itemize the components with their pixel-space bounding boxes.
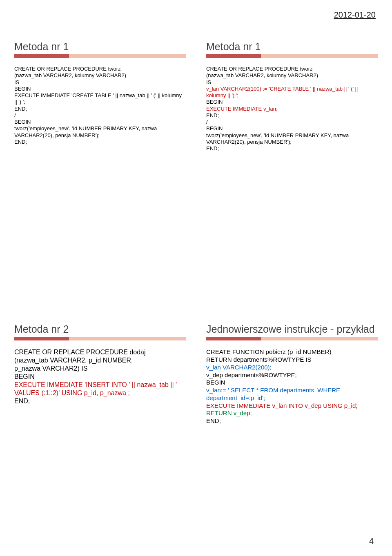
page-number: 4	[369, 536, 374, 546]
slide-1: Metoda nr 1 CREATE OR REPLACE PROCEDURE …	[14, 41, 186, 152]
slides-grid: Metoda nr 1 CREATE OR REPLACE PROCEDURE …	[14, 41, 378, 425]
code-block: CREATE OR REPLACE PROCEDURE tworz(nazwa_…	[14, 66, 186, 145]
code-block: CREATE OR REPLACE PROCEDURE tworz(nazwa_…	[206, 66, 378, 152]
slide-2: Metoda nr 1 CREATE OR REPLACE PROCEDURE …	[206, 41, 378, 152]
title-underline	[206, 337, 378, 344]
slide-title: Metoda nr 1	[14, 41, 186, 53]
slide-3: Metoda nr 2 CREATE OR REPLACE PROCEDURE …	[14, 323, 186, 425]
slide-title: Metoda nr 2	[14, 323, 186, 335]
title-underline	[14, 54, 186, 62]
code-block: CREATE OR REPLACE PROCEDURE dodaj(nazwa_…	[14, 348, 186, 405]
title-underline	[206, 54, 378, 62]
title-underline	[14, 337, 186, 344]
slide-4: Jednowierszowe instrukcje - przykład CRE…	[206, 323, 378, 425]
slide-title: Jednowierszowe instrukcje - przykład	[206, 323, 378, 335]
code-block: CREATE FUNCTION pobierz (p_id NUMBER)RET…	[206, 348, 378, 425]
slide-title: Metoda nr 1	[206, 41, 378, 53]
page-date: 2012-01-20	[334, 10, 376, 20]
